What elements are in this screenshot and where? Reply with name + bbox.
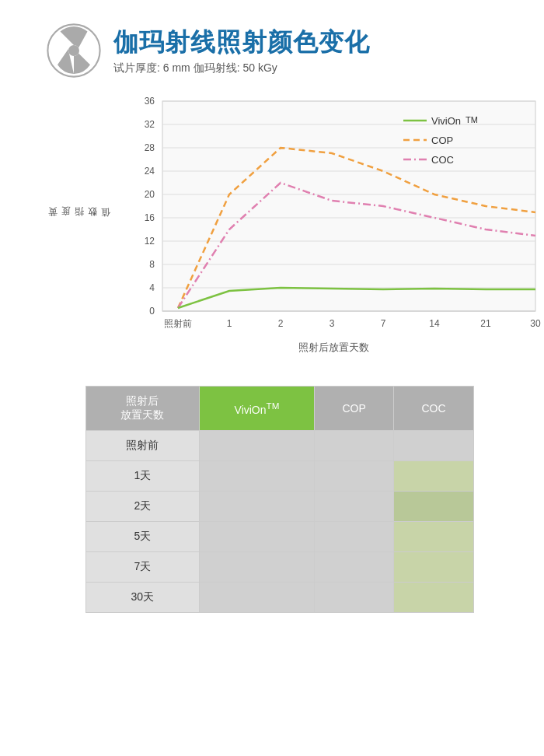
svg-text:28: 28 xyxy=(145,142,155,153)
row-label: 照射前 xyxy=(86,431,200,461)
svg-text:ViviOn: ViviOn xyxy=(431,115,461,127)
table-row: 7天 xyxy=(86,552,474,583)
vivion-cell xyxy=(199,552,315,583)
row-label: 30天 xyxy=(86,583,200,613)
main-title: 伽玛射线照射颜色变化 xyxy=(113,26,370,60)
svg-rect-2 xyxy=(162,101,535,311)
vivion-cell xyxy=(199,522,315,552)
title-block: 伽玛射线照射颜色变化 试片厚度: 6 mm 伽玛射线: 50 kGy xyxy=(113,26,370,75)
cop-cell xyxy=(315,492,394,522)
cop-cell xyxy=(315,522,394,552)
table-section: 照射后放置天数 ViviOnTM COP COC 照射前 1天 xyxy=(47,386,497,613)
coc-cell xyxy=(393,522,473,552)
vivion-cell xyxy=(199,492,315,522)
svg-text:3: 3 xyxy=(330,318,335,329)
svg-text:20: 20 xyxy=(145,189,155,200)
col-header-cop: COP xyxy=(315,387,394,431)
chart-svg: 36 32 28 24 20 16 12 8 4 0 照射前 1 2 3 xyxy=(116,93,544,338)
svg-text:16: 16 xyxy=(145,212,155,223)
vivion-cell xyxy=(199,583,315,613)
table-row: 30天 xyxy=(86,583,474,613)
svg-text:12: 12 xyxy=(145,236,155,247)
cop-cell xyxy=(315,583,394,613)
svg-text:24: 24 xyxy=(145,166,155,177)
table-row: 照射前 xyxy=(86,431,474,461)
chart-container: 黄度指数值 xyxy=(47,93,497,355)
table-row: 2天 xyxy=(86,492,474,522)
svg-point-1 xyxy=(68,45,79,56)
table-row: 5天 xyxy=(86,522,474,552)
svg-text:4: 4 xyxy=(149,282,155,293)
svg-text:照射前: 照射前 xyxy=(164,318,192,329)
chart-inner: 36 32 28 24 20 16 12 8 4 0 照射前 1 2 3 xyxy=(116,93,544,355)
col-header-vivion: ViviOnTM xyxy=(199,387,315,431)
svg-text:0: 0 xyxy=(149,306,155,317)
svg-text:TM: TM xyxy=(466,115,478,124)
svg-text:2: 2 xyxy=(278,318,284,329)
table-row: 1天 xyxy=(86,461,474,492)
row-label: 7天 xyxy=(86,552,200,583)
svg-text:1: 1 xyxy=(227,318,232,329)
svg-text:COC: COC xyxy=(431,154,454,166)
page-container: 伽玛射线照射颜色变化 试片厚度: 6 mm 伽玛射线: 50 kGy 黄度指数值 xyxy=(0,0,544,644)
coc-cell xyxy=(393,461,473,492)
row-label: 1天 xyxy=(86,461,200,492)
header: 伽玛射线照射颜色变化 试片厚度: 6 mm 伽玛射线: 50 kGy xyxy=(47,23,497,78)
svg-text:36: 36 xyxy=(145,96,155,107)
coc-cell xyxy=(393,583,473,613)
cop-cell xyxy=(315,461,394,492)
col-header-days: 照射后放置天数 xyxy=(86,387,200,431)
svg-text:COP: COP xyxy=(431,135,453,146)
vivion-cell xyxy=(199,431,315,461)
data-table: 照射后放置天数 ViviOnTM COP COC 照射前 1天 xyxy=(85,386,474,613)
col-header-coc: COC xyxy=(393,387,473,431)
y-axis-label: 黄度指数值 xyxy=(47,93,113,355)
cop-cell xyxy=(315,552,394,583)
svg-text:30: 30 xyxy=(530,318,541,329)
coc-cell xyxy=(393,431,473,461)
radiation-icon xyxy=(47,23,101,78)
svg-text:21: 21 xyxy=(480,318,491,329)
svg-text:8: 8 xyxy=(149,259,155,270)
svg-text:7: 7 xyxy=(381,318,386,329)
row-label: 2天 xyxy=(86,492,200,522)
subtitle: 试片厚度: 6 mm 伽玛射线: 50 kGy xyxy=(113,61,370,75)
coc-cell xyxy=(393,492,473,522)
coc-cell xyxy=(393,552,473,583)
vivion-cell xyxy=(199,461,315,492)
svg-text:32: 32 xyxy=(145,119,155,130)
row-label: 5天 xyxy=(86,522,200,552)
x-axis-label: 照射后放置天数 xyxy=(116,341,544,355)
svg-text:14: 14 xyxy=(429,318,440,329)
cop-cell xyxy=(315,431,394,461)
